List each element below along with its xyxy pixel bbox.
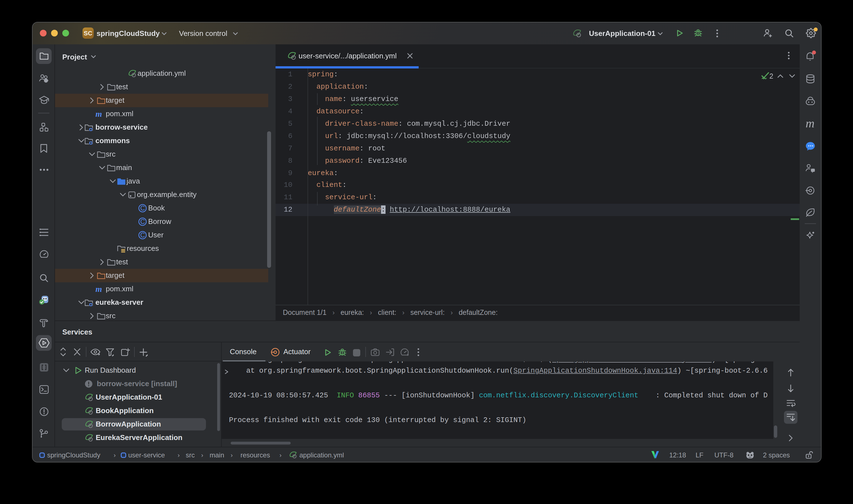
- svg-text:?: ?: [45, 78, 47, 83]
